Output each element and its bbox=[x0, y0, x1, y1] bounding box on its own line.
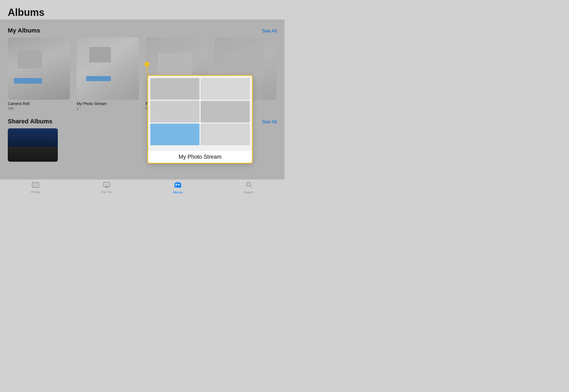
tab-bar: Photos For You Albums bbox=[0, 179, 284, 196]
svg-rect-3 bbox=[36, 183, 38, 185]
svg-rect-4 bbox=[33, 185, 36, 187]
tab-search[interactable]: Search bbox=[213, 180, 284, 196]
svg-line-16 bbox=[250, 186, 252, 188]
album-name-photo-stream: My Photo Stream bbox=[77, 101, 139, 106]
tab-photos-label: Photos bbox=[31, 190, 40, 194]
shared-albums-title: Shared Albums bbox=[8, 118, 53, 125]
page-header: Albums bbox=[0, 0, 284, 22]
album-count-photo-stream: 1 bbox=[77, 106, 139, 111]
svg-rect-2 bbox=[33, 183, 35, 185]
album-thumb-twitter bbox=[214, 38, 277, 100]
album-thumb-favorites bbox=[146, 38, 208, 100]
svg-rect-11 bbox=[176, 182, 180, 184]
thumb-image-twitter bbox=[214, 38, 277, 100]
svg-rect-1 bbox=[32, 183, 39, 188]
search-icon bbox=[246, 181, 252, 190]
album-item-twitter[interactable]: Twitter 0 bbox=[214, 38, 277, 111]
svg-rect-12 bbox=[175, 184, 177, 186]
album-name-twitter: Twitter bbox=[214, 101, 277, 106]
album-count-camera-roll: 266 bbox=[8, 106, 70, 111]
svg-rect-13 bbox=[178, 184, 180, 186]
shared-album-thumb[interactable] bbox=[8, 128, 58, 162]
photos-icon bbox=[32, 182, 39, 189]
tab-photos[interactable]: Photos bbox=[0, 180, 71, 195]
tab-albums-label: Albums bbox=[173, 191, 183, 194]
album-name-favorites: Favorites bbox=[146, 101, 208, 106]
my-albums-title: My Albums bbox=[8, 27, 40, 34]
for-you-icon bbox=[103, 182, 110, 189]
albums-icon bbox=[174, 181, 182, 190]
album-count-twitter: 0 bbox=[214, 106, 277, 111]
album-item-camera-roll[interactable]: Camera Roll 266 bbox=[8, 38, 70, 111]
thumb-image-camera-roll bbox=[8, 38, 70, 100]
main-content: My Albums See All Camera Roll 266 My Pho… bbox=[0, 22, 284, 182]
tab-albums[interactable]: Albums bbox=[142, 180, 213, 196]
svg-point-9 bbox=[106, 186, 108, 188]
tab-for-you[interactable]: For You bbox=[71, 180, 142, 195]
album-thumb-camera-roll bbox=[8, 38, 70, 100]
thumb-image-favorites bbox=[146, 38, 208, 100]
tab-for-you-label: For You bbox=[101, 190, 112, 194]
shared-albums-see-all[interactable]: See All bbox=[262, 119, 277, 125]
shared-albums-section: Shared Albums See All bbox=[8, 113, 277, 162]
my-albums-section-header: My Albums See All bbox=[8, 22, 277, 38]
album-name-camera-roll: Camera Roll bbox=[8, 101, 70, 106]
album-item-favorites[interactable]: Favorites 0 bbox=[146, 38, 208, 111]
svg-rect-5 bbox=[36, 185, 38, 187]
album-thumb-photo-stream bbox=[77, 38, 139, 100]
my-albums-see-all[interactable]: See All bbox=[262, 28, 277, 34]
shared-albums-section-header: Shared Albums See All bbox=[8, 113, 277, 128]
thumb-image-photo-stream bbox=[77, 38, 139, 100]
my-albums-grid: Camera Roll 266 My Photo Stream 1 Favori… bbox=[8, 38, 277, 111]
svg-rect-14 bbox=[175, 186, 176, 187]
tab-search-label: Search bbox=[244, 191, 254, 194]
album-count-favorites: 0 bbox=[146, 106, 208, 111]
album-item-photo-stream[interactable]: My Photo Stream 1 bbox=[77, 38, 139, 111]
page-title: Albums bbox=[8, 7, 277, 18]
